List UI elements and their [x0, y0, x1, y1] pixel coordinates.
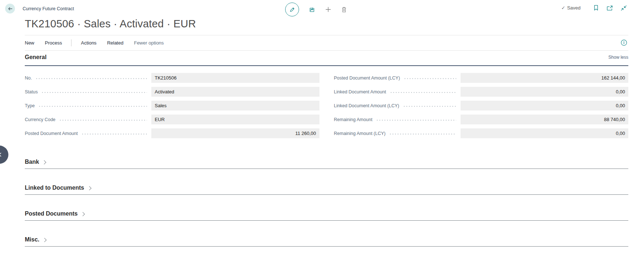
dotted-leader	[35, 78, 147, 79]
field-label: Posted Document Amount	[25, 131, 78, 136]
field-label: Remaining Amount (LCY)	[334, 131, 386, 136]
menu-item-actions[interactable]: Actions	[81, 40, 97, 46]
side-panel-toggle-button[interactable]	[0, 146, 8, 164]
field-input[interactable]: 162 144,00	[461, 73, 628, 83]
dotted-leader	[376, 120, 456, 121]
section-title: Linked to Documents	[25, 185, 84, 191]
section-title: Posted Documents	[25, 210, 78, 217]
edit-button[interactable]	[285, 3, 299, 16]
general-fields: No. TK210506 Status Activated	[25, 73, 628, 142]
field-label: No.	[25, 76, 32, 81]
field-value: Activated	[155, 89, 174, 94]
collapsed-sections: Bank Linked to Documents Posted Document…	[25, 159, 628, 247]
dotted-leader	[390, 92, 456, 93]
bookmark-icon	[593, 5, 599, 11]
divider-line	[25, 50, 628, 51]
plus-icon	[325, 6, 331, 13]
pencil-icon	[289, 7, 295, 13]
field-input[interactable]: TK210506	[151, 73, 319, 83]
dotted-leader	[38, 106, 147, 107]
menu-item-fewer-options[interactable]: Fewer options	[134, 40, 164, 46]
back-button[interactable]	[5, 4, 15, 13]
field-input[interactable]: Activated	[151, 87, 319, 97]
chevron-right-icon	[87, 186, 91, 190]
dotted-leader	[81, 134, 147, 135]
fasttab-section-header[interactable]: Misc.	[25, 236, 628, 247]
field-label: Linked Document Amount	[334, 89, 386, 94]
field-value: 0,00	[616, 89, 625, 94]
field-row: No. TK210506	[25, 73, 319, 83]
field-row: Type Sales	[25, 101, 319, 111]
field-row: Status Activated	[25, 87, 319, 97]
saved-label: Saved	[567, 5, 581, 11]
general-section-header[interactable]: General Show less	[25, 54, 628, 66]
chevron-right-icon	[81, 212, 85, 216]
open-in-new-window-button[interactable]	[606, 5, 613, 11]
fields-right-column: Posted Document Amount (LCY) 162 144,00 …	[334, 73, 629, 142]
dotted-leader	[41, 92, 147, 93]
field-row: Posted Document Amount (LCY) 162 144,00	[334, 73, 629, 83]
chevron-right-icon	[42, 160, 46, 164]
field-input[interactable]: 0,00	[461, 128, 628, 138]
share-icon	[309, 6, 315, 13]
dotted-leader	[389, 134, 456, 135]
page-state-icons: ✓ Saved	[561, 5, 627, 11]
dotted-leader	[404, 78, 456, 79]
field-input[interactable]: 11 260,00	[151, 128, 319, 138]
page-title: TK210506 · Sales · Activated · EUR	[25, 18, 628, 30]
section-title: Misc.	[25, 236, 39, 243]
field-label: Status	[25, 89, 38, 94]
field-value: 0,00	[616, 131, 625, 136]
menu-item-new[interactable]: New	[25, 40, 34, 46]
field-value: 162 144,00	[601, 75, 625, 81]
open-in-new-window-icon	[606, 5, 613, 11]
chevron-right-icon	[42, 238, 46, 242]
field-value: 0,00	[616, 103, 625, 108]
field-value: 11 260,00	[295, 131, 316, 136]
menu-divider	[71, 39, 71, 46]
collapse-page-button[interactable]	[621, 5, 627, 11]
field-row: Posted Document Amount 11 260,00	[25, 128, 319, 138]
fasttab-section-header[interactable]: Posted Documents	[25, 210, 628, 221]
field-row: Linked Document Amount (LCY) 0,00	[334, 101, 629, 111]
field-row: Currency Code EUR	[25, 115, 319, 124]
back-arrow-icon	[7, 6, 13, 12]
fields-left-column: No. TK210506 Status Activated	[25, 73, 319, 142]
breadcrumb[interactable]: Currency Future Contract	[23, 6, 74, 11]
field-label: Linked Document Amount (LCY)	[334, 103, 399, 108]
menu-item-related[interactable]: Related	[107, 40, 124, 46]
section-title: General	[25, 54, 47, 61]
field-label: Currency Code	[25, 117, 55, 122]
field-label: Posted Document Amount (LCY)	[334, 76, 400, 81]
field-value: EUR	[155, 117, 164, 122]
info-button[interactable]	[621, 39, 627, 46]
show-less-link[interactable]: Show less	[608, 55, 628, 61]
field-label: Type	[25, 103, 35, 108]
menu-item-process[interactable]: Process	[45, 40, 62, 46]
field-row: Remaining Amount (LCY) 0,00	[334, 128, 629, 138]
action-bar: New Process Actions Related Fewer option…	[25, 35, 628, 50]
info-icon	[621, 39, 627, 46]
section-title: Bank	[25, 159, 39, 165]
close-icon	[0, 152, 2, 157]
field-input[interactable]: 0,00	[461, 87, 628, 97]
field-input[interactable]: EUR	[151, 115, 319, 124]
delete-button[interactable]	[341, 6, 347, 13]
field-row: Linked Document Amount 0,00	[334, 87, 629, 97]
field-value: TK210506	[155, 75, 176, 81]
bookmark-button[interactable]	[593, 5, 599, 11]
fasttab-section-header[interactable]: Linked to Documents	[25, 185, 628, 195]
field-input[interactable]: 88 740,00	[461, 115, 628, 124]
new-record-button[interactable]	[325, 6, 331, 13]
field-input[interactable]: 0,00	[461, 101, 628, 111]
save-status: ✓ Saved	[561, 5, 581, 11]
field-value: Sales	[155, 103, 167, 108]
dotted-leader	[403, 106, 456, 107]
check-icon: ✓	[561, 5, 565, 11]
field-input[interactable]: Sales	[151, 101, 319, 111]
field-value: 88 740,00	[604, 117, 625, 122]
fasttab-section-header[interactable]: Bank	[25, 159, 628, 169]
dotted-leader	[59, 120, 147, 121]
record-action-icons	[285, 2, 347, 17]
share-button[interactable]	[309, 6, 315, 13]
